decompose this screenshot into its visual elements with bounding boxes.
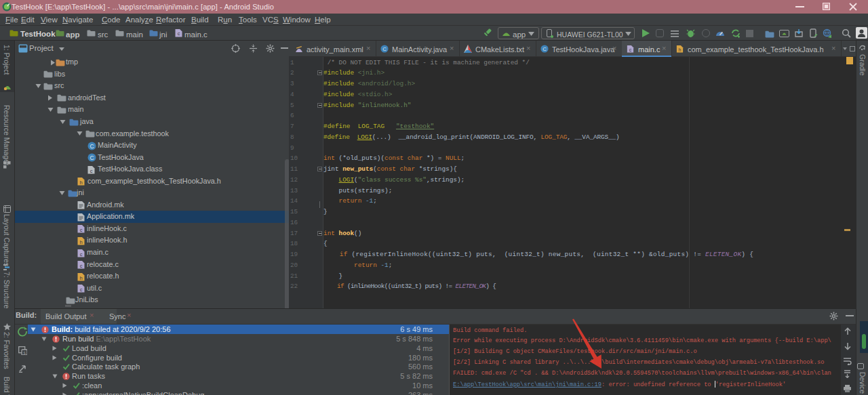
svg-text:c: c (80, 227, 83, 233)
svg-text:c: c (80, 263, 83, 269)
svg-text:C: C (90, 142, 94, 149)
svg-text:C: C (542, 46, 547, 52)
svg-text:c: c (629, 47, 632, 52)
svg-text:c: c (90, 167, 93, 173)
svg-text:h: h (79, 180, 82, 186)
svg-text:C: C (90, 154, 94, 161)
svg-text:C: C (382, 46, 387, 52)
svg-text:h: h (79, 274, 82, 280)
svg-text:h: h (79, 238, 82, 245)
svg-text:c: c (80, 287, 83, 293)
svg-text:c: c (178, 30, 180, 37)
svg-text:h: h (679, 47, 682, 52)
svg-text:c: c (80, 251, 83, 257)
